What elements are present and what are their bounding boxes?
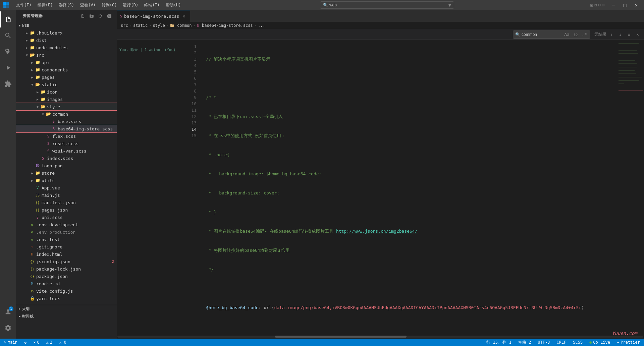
breadcrumb-more[interactable]: ...: [258, 23, 265, 28]
search-next-btn[interactable]: ↓: [616, 31, 624, 38]
horizontal-scrollbar[interactable]: [117, 335, 644, 339]
menu-edit[interactable]: 编辑(E): [35, 2, 56, 9]
title-search-input[interactable]: [329, 3, 447, 7]
tree-section-web[interactable]: ▼ WEB: [16, 22, 117, 29]
branch-item[interactable]: ⑂ main: [3, 340, 19, 345]
menu-terminal[interactable]: 终端(T): [142, 2, 162, 9]
editor-tab-base64-scss[interactable]: S base64-img-store.scss ✕: [117, 10, 190, 22]
layout-icon-3[interactable]: ⊟: [598, 3, 601, 7]
code-content[interactable]: // 解决小程序调真机图片不显示 /* * * 已在根目录下uni.scss下全…: [201, 40, 617, 335]
errors-item[interactable]: ✕ 0: [32, 340, 41, 345]
editor-search-input[interactable]: [522, 32, 562, 37]
tree-item-jsconfig-json[interactable]: {} jsconfig.json 2: [16, 258, 117, 265]
activity-explorer[interactable]: [0, 11, 16, 27]
tree-item-pages[interactable]: ▶ 📁 pages: [16, 73, 117, 81]
tree-item-main-js[interactable]: JS main.js: [16, 191, 117, 199]
language-item[interactable]: SCSS: [572, 340, 584, 345]
tree-item-flex-scss[interactable]: S flex.scss: [16, 132, 117, 140]
tree-item-utils[interactable]: ▶ 📁 utils: [16, 177, 117, 184]
tree-item-app-vue[interactable]: V App.vue: [16, 184, 117, 191]
tree-item-node-modules[interactable]: ▶ 📁 node_modules: [16, 44, 117, 51]
tree-item-vite-config[interactable]: JS vite.config.js: [16, 287, 117, 295]
menu-view[interactable]: 查看(V): [77, 2, 98, 9]
search-list-btn[interactable]: ≡: [625, 31, 633, 38]
search-prev-btn[interactable]: ↑: [608, 31, 615, 38]
minimize-button[interactable]: ─: [608, 0, 619, 10]
activity-search[interactable]: [0, 27, 16, 44]
new-file-button[interactable]: [79, 12, 87, 20]
tree-item-env-dev[interactable]: ⚙ .env.development: [16, 221, 117, 228]
tree-item-pages-json[interactable]: {} pages.json: [16, 206, 117, 214]
sync-item[interactable]: ↺: [23, 340, 28, 345]
tree-item-uni-scss[interactable]: S uni.scss: [16, 214, 117, 221]
panel-section-timeline[interactable]: ▶ 时间线: [16, 312, 117, 320]
tree-item-wzui-var-scss[interactable]: S wzui-var.scss: [16, 147, 117, 155]
menu-goto[interactable]: 转到(G): [99, 2, 120, 9]
breadcrumb-static[interactable]: static: [133, 23, 148, 28]
encoding-item[interactable]: UTF-8: [536, 340, 551, 345]
tree-item-icon[interactable]: ▶ 📁 icon: [16, 88, 117, 96]
tree-item-gitignore[interactable]: ⑂ .gitignore: [16, 243, 117, 250]
close-button[interactable]: ✕: [631, 0, 641, 10]
breadcrumb-src[interactable]: src: [121, 23, 128, 28]
panel-section-outline[interactable]: ▶ 大纲: [16, 305, 117, 312]
prettier-item[interactable]: ✦ Prettier: [615, 340, 641, 345]
tree-item-base64-scss[interactable]: S base64-img-store.scss: [16, 125, 117, 132]
activity-source-control[interactable]: [0, 44, 16, 60]
tree-item-yarn-lock[interactable]: 🔒 yarn.lock: [16, 295, 117, 302]
menu-help[interactable]: 帮助(H): [163, 2, 184, 9]
menu-select[interactable]: 选择(S): [56, 2, 77, 9]
layout-icon-4[interactable]: ⊞: [602, 3, 604, 7]
new-folder-button[interactable]: [88, 12, 95, 20]
case-sensitive-btn[interactable]: Aa: [563, 31, 571, 38]
tree-item-style[interactable]: ▼ 📂 style: [16, 103, 117, 110]
tree-item-readme-md[interactable]: M readme.md: [16, 280, 117, 287]
tree-item-env-test[interactable]: ⚙ .env.test: [16, 236, 117, 243]
layout-icon-2[interactable]: ⧈: [594, 3, 597, 7]
activity-extensions[interactable]: [0, 76, 16, 92]
line-ending-item[interactable]: CRLF: [555, 340, 568, 345]
tree-item-api[interactable]: ▶ 📁 api: [16, 59, 117, 66]
warnings-item[interactable]: ⚠ 2: [45, 340, 54, 345]
breadcrumb-style[interactable]: style: [153, 23, 165, 28]
go-live-item[interactable]: ● Go Live: [588, 340, 611, 345]
collapse-button[interactable]: [105, 12, 113, 20]
maximize-button[interactable]: □: [620, 0, 630, 10]
tree-item-src[interactable]: ▼ 📂 src: [16, 51, 117, 59]
tree-item-index-scss[interactable]: S index.scss: [16, 155, 117, 162]
layout-icon-1[interactable]: ▣: [590, 3, 593, 7]
scrollbar-track[interactable]: [117, 336, 643, 338]
activity-run[interactable]: [0, 60, 16, 76]
spaces-item[interactable]: 空格 2: [517, 340, 532, 345]
tree-item-images[interactable]: ▶ 📁 images: [16, 96, 117, 103]
info-item[interactable]: △ 0: [58, 340, 68, 345]
item-label: .env.development: [36, 222, 117, 227]
activity-account[interactable]: 1: [0, 304, 16, 320]
search-close-btn[interactable]: ✕: [634, 31, 641, 38]
tree-item-components[interactable]: ▶ 📁 components: [16, 66, 117, 73]
tree-item-logo-png[interactable]: 🖼 logo.png: [16, 162, 117, 169]
tree-item-dist[interactable]: ▶ 📁 dist: [16, 37, 117, 44]
refresh-button[interactable]: [97, 12, 104, 20]
line-col-item[interactable]: 行 15, 列 1: [485, 340, 513, 345]
whole-word-btn[interactable]: ab: [572, 31, 579, 38]
tree-item-env-prod[interactable]: ⚙ .env.production: [16, 228, 117, 236]
tree-item-reset-scss[interactable]: S reset.scss: [16, 140, 117, 147]
scrollbar-thumb[interactable]: [275, 336, 407, 338]
tree-item-manifest-json[interactable]: {} manifest.json: [16, 199, 117, 206]
tree-item-store[interactable]: ▶ 📁 store: [16, 169, 117, 177]
menu-file[interactable]: 文件(F): [13, 2, 34, 9]
activity-settings[interactable]: [0, 320, 16, 336]
tree-item-index-html[interactable]: H index.html: [16, 250, 117, 258]
tree-item-hbuilderx[interactable]: ▶ 📁 .hbuilderx: [16, 29, 117, 37]
breadcrumb-common[interactable]: common: [170, 23, 192, 28]
breadcrumb-filename[interactable]: S base64-img-store.scss: [197, 23, 253, 28]
menu-run[interactable]: 运行(D): [120, 2, 141, 9]
tree-item-base-scss[interactable]: S base.scss: [16, 118, 117, 125]
regex-btn[interactable]: .*: [581, 31, 588, 38]
tree-item-package-json[interactable]: {} package.json: [16, 273, 117, 280]
tree-item-common[interactable]: ▼ 📂 common: [16, 110, 117, 118]
tree-item-package-lock-json[interactable]: {} package-lock.json: [16, 265, 117, 273]
tree-item-static[interactable]: ▼ 📂 static: [16, 81, 117, 88]
tab-close-button[interactable]: ✕: [181, 13, 186, 19]
